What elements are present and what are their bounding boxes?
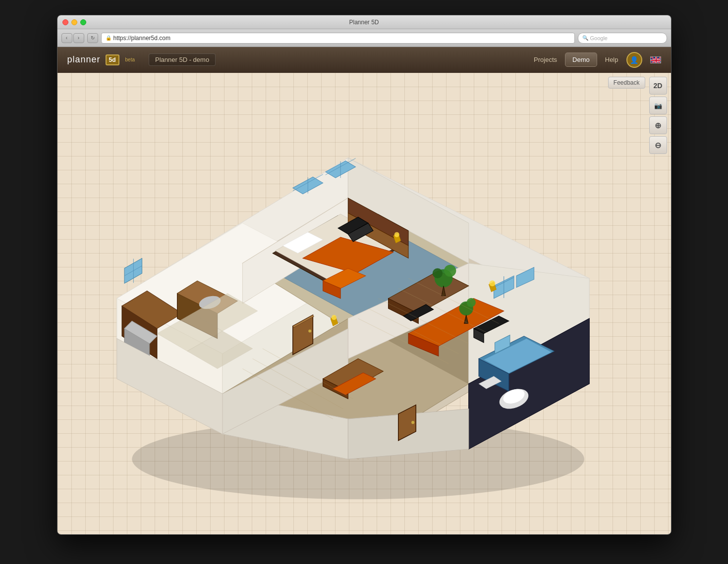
svg-point-62 <box>466 298 475 307</box>
back-button[interactable]: ‹ <box>61 33 72 43</box>
right-toolbar: 2D 📷 ⊕ ⊖ <box>649 77 667 154</box>
svg-point-60 <box>489 280 495 286</box>
ssl-icon: 🔒 <box>106 35 112 41</box>
floorplan-container[interactable] <box>62 98 644 524</box>
forward-button[interactable]: › <box>73 33 84 43</box>
url-field[interactable]: 🔒 https://planner5d.com <box>101 33 575 44</box>
demo-link[interactable]: Demo <box>565 52 597 67</box>
logo-area: planner 5d beta Planner 5D - demo <box>67 53 216 66</box>
svg-point-91 <box>331 315 336 320</box>
feedback-button[interactable]: Feedback <box>608 77 645 89</box>
project-name: Planner 5D - demo <box>149 53 216 66</box>
maximize-button[interactable] <box>80 19 86 25</box>
floorplan-svg <box>62 98 644 524</box>
svg-point-89 <box>394 232 399 237</box>
close-button[interactable] <box>62 19 68 25</box>
nav-buttons: ‹ › <box>61 33 84 43</box>
logo-box: 5d <box>106 54 119 65</box>
minimize-button[interactable] <box>71 19 77 25</box>
beta-badge: beta <box>125 57 135 62</box>
zoom-in-icon: ⊕ <box>655 121 661 130</box>
projects-link[interactable]: Projects <box>534 56 557 63</box>
flag-icon[interactable] <box>650 56 661 63</box>
view-2d-button[interactable]: 2D <box>649 77 667 95</box>
search-icon: 🔍 <box>582 35 588 41</box>
zoom-out-button[interactable]: ⊖ <box>649 136 667 154</box>
traffic-lights <box>62 19 86 25</box>
search-placeholder: Google <box>590 35 608 41</box>
svg-point-69 <box>308 330 311 333</box>
search-field[interactable]: 🔍 Google <box>578 33 667 44</box>
mac-window: Planner 5D ‹ › ↻ 🔒 https://planner5d.com… <box>57 15 672 535</box>
zoom-in-button[interactable]: ⊕ <box>649 116 667 134</box>
url-bar: ‹ › ↻ 🔒 https://planner5d.com 🔍 Google <box>57 29 671 47</box>
content-area: Feedback 2D 📷 ⊕ ⊖ <box>57 73 671 534</box>
help-link[interactable]: Help <box>605 56 618 63</box>
svg-point-87 <box>411 421 414 424</box>
app-header: planner 5d beta Planner 5D - demo Projec… <box>57 47 671 73</box>
url-text: https://planner5d.com <box>113 35 170 42</box>
header-nav: Projects Demo Help 👤 <box>534 52 661 68</box>
svg-point-49 <box>432 268 442 278</box>
zoom-out-icon: ⊖ <box>655 141 661 150</box>
screenshot-button[interactable]: 📷 <box>649 97 667 114</box>
avatar[interactable]: 👤 <box>626 52 642 68</box>
window-title: Planner 5D <box>349 19 379 26</box>
logo-text: planner <box>67 54 101 65</box>
camera-icon: 📷 <box>654 102 662 109</box>
svg-point-48 <box>444 265 456 277</box>
title-bar: Planner 5D <box>57 15 671 29</box>
reload-button[interactable]: ↻ <box>87 33 98 43</box>
